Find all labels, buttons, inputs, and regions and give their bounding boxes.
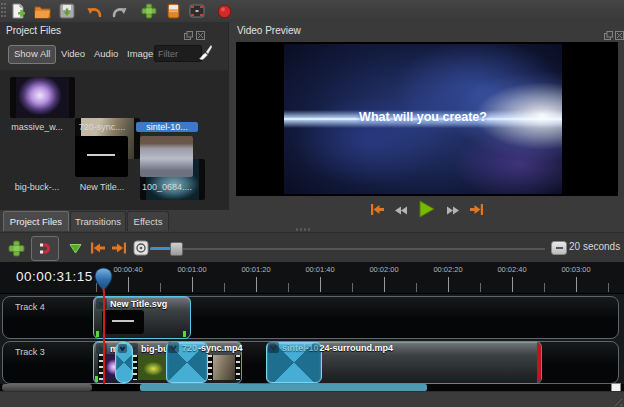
transition-menu-chevron-icon[interactable] bbox=[118, 344, 127, 353]
preview-video-frame: What will you create? bbox=[284, 44, 562, 194]
project-files-filter-row: Show All Video Audio Image bbox=[0, 42, 228, 68]
undo-icon[interactable] bbox=[84, 2, 104, 20]
snapping-toggle-button[interactable] bbox=[31, 236, 59, 261]
file-label[interactable]: 100_0684.... bbox=[136, 182, 198, 192]
video-preview-panel: Video Preview What will you create? bbox=[229, 22, 624, 232]
clip-thumbnail bbox=[207, 355, 241, 380]
zoom-slider-handle[interactable] bbox=[170, 242, 183, 256]
playhead-line bbox=[103, 290, 105, 386]
fast-forward-icon[interactable] bbox=[445, 202, 460, 220]
clip-title: New Title.svg bbox=[110, 299, 167, 309]
timeline-scrollbar[interactable] bbox=[0, 384, 624, 391]
filter-video-button[interactable]: Video bbox=[56, 45, 90, 62]
panel-splitter-handle[interactable] bbox=[296, 228, 310, 231]
project-files-grid: massive_w... 720-sync.... sintel-10... b… bbox=[0, 70, 228, 210]
file-thumbnail-100-0684[interactable] bbox=[140, 136, 193, 177]
project-files-panel-title: Project Files bbox=[6, 25, 61, 36]
jump-end-icon[interactable] bbox=[469, 202, 484, 220]
open-project-icon[interactable] bbox=[32, 2, 52, 20]
ruler-mark: 00:03:00 bbox=[546, 265, 606, 274]
clip-resize-mark bbox=[96, 331, 99, 337]
preview-overlay-text: What will you create? bbox=[284, 110, 562, 124]
video-preview-panel-title: Video Preview bbox=[237, 25, 301, 36]
ruler-mark: 00:01:20 bbox=[226, 265, 286, 274]
filter-image-button[interactable]: Image bbox=[122, 45, 158, 62]
new-project-icon[interactable] bbox=[8, 2, 28, 20]
file-thumbnail-massive[interactable] bbox=[10, 77, 75, 118]
transition-small[interactable] bbox=[115, 342, 133, 383]
scrollbar-thumb[interactable] bbox=[140, 384, 427, 391]
clip-menu-chevron-icon[interactable] bbox=[268, 342, 279, 353]
track-name: Track 4 bbox=[15, 302, 45, 312]
ruler-major-ticks bbox=[128, 277, 624, 292]
file-label[interactable]: 720-sync.... bbox=[71, 122, 133, 132]
rewind-icon[interactable] bbox=[394, 202, 409, 220]
fullscreen-icon[interactable] bbox=[187, 2, 207, 20]
clip-resize-mark bbox=[183, 331, 186, 337]
ruler-mark: 00:02:00 bbox=[354, 265, 414, 274]
ruler-mark: 00:01:00 bbox=[162, 265, 222, 274]
clip-menu-chevron-icon[interactable] bbox=[168, 342, 179, 353]
file-label[interactable]: big-buck-... bbox=[6, 182, 68, 192]
file-label-selected[interactable]: sintel-10... bbox=[136, 122, 198, 132]
save-project-icon[interactable] bbox=[57, 2, 77, 20]
panel-close-icon[interactable] bbox=[615, 26, 624, 35]
clip-thumbnail bbox=[102, 310, 144, 334]
filter-audio-button[interactable]: Audio bbox=[89, 45, 123, 62]
window-resize-grip[interactable] bbox=[611, 395, 622, 406]
clip-title-end: 24-surround.mp4 bbox=[320, 343, 394, 353]
panel-float-icon[interactable] bbox=[184, 26, 193, 35]
track-name: Track 3 bbox=[15, 347, 45, 357]
previous-marker-icon[interactable] bbox=[88, 238, 108, 258]
center-playhead-icon[interactable] bbox=[131, 238, 151, 258]
add-track-icon[interactable] bbox=[6, 238, 26, 258]
zoom-scale-label: 20 seconds bbox=[569, 241, 620, 252]
next-marker-icon[interactable] bbox=[109, 238, 129, 258]
ruler-mark: 00:01:40 bbox=[290, 265, 350, 274]
project-files-panel: Project Files Show All Video Audio Image bbox=[0, 22, 229, 210]
tab-project-files[interactable]: Project Files bbox=[3, 211, 69, 231]
clip-title-start: 720 bbox=[182, 343, 197, 353]
ruler-mark: 00:02:40 bbox=[482, 265, 542, 274]
filter-show-all-button[interactable]: Show All bbox=[8, 45, 56, 64]
choose-profile-icon[interactable] bbox=[163, 2, 183, 20]
playback-controls bbox=[229, 200, 624, 222]
panel-float-icon[interactable] bbox=[604, 26, 613, 35]
clip-menu-chevron-icon[interactable] bbox=[96, 343, 107, 354]
toolbar-drag-handle[interactable] bbox=[1, 3, 6, 19]
clip-new-title[interactable]: New Title.svg bbox=[93, 296, 191, 339]
scrollbar-left-segment bbox=[2, 384, 92, 391]
clip-sintel-head: sintel-1024-surround.mp4 bbox=[268, 342, 393, 353]
status-bar bbox=[0, 391, 624, 407]
thumbnail-image bbox=[140, 136, 193, 177]
timeline-area: 00:00:31:15 00:00:40 00:01:00 00:01:20 0… bbox=[0, 262, 624, 391]
timeline-toolbar: 20 seconds bbox=[0, 232, 624, 263]
preview-screen: What will you create? bbox=[236, 42, 618, 196]
file-label[interactable]: New Title... bbox=[71, 182, 133, 192]
ruler-mark: 00:02:20 bbox=[418, 265, 478, 274]
main-toolbar bbox=[0, 0, 624, 23]
jump-start-icon[interactable] bbox=[370, 202, 385, 220]
clip-title-end: -sync.mp4 bbox=[198, 343, 243, 353]
export-video-icon[interactable] bbox=[214, 2, 234, 20]
import-files-icon[interactable] bbox=[139, 2, 159, 20]
tab-transitions[interactable]: Transitions bbox=[70, 211, 126, 231]
openshot-window: Project Files Show All Video Audio Image bbox=[0, 0, 624, 407]
add-marker-icon[interactable] bbox=[65, 238, 85, 258]
redo-icon[interactable] bbox=[110, 2, 130, 20]
play-icon[interactable] bbox=[418, 200, 436, 222]
filter-input[interactable] bbox=[154, 45, 202, 62]
thumbnail-image bbox=[16, 77, 69, 118]
clear-filter-brush-icon[interactable] bbox=[198, 44, 213, 65]
file-thumbnail-new-title[interactable] bbox=[75, 136, 128, 177]
clip-720-head: 720-sync.mp4 bbox=[168, 342, 243, 353]
clip-menu-chevron-icon[interactable] bbox=[96, 298, 107, 309]
file-label[interactable]: massive_w... bbox=[6, 122, 68, 132]
zoom-slider-track[interactable] bbox=[150, 248, 545, 250]
clip-title-start: sintel-10 bbox=[282, 343, 319, 353]
zoom-fit-icon[interactable] bbox=[551, 241, 567, 255]
panel-close-icon[interactable] bbox=[196, 26, 205, 35]
thumbnail-title-text bbox=[87, 154, 115, 156]
clip-red-edge bbox=[537, 342, 541, 383]
tab-effects[interactable]: Effects bbox=[127, 211, 169, 231]
